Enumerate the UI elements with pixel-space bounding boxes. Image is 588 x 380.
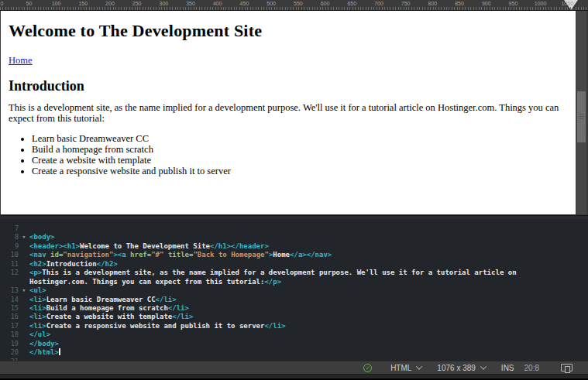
- code-text: [28, 358, 29, 361]
- line-number: 8: [0, 233, 20, 241]
- ruler-label: 800: [428, 1, 438, 6]
- line-number: 12: [0, 269, 20, 277]
- code-text: Hostinger.com. Things you can expect fro…: [28, 278, 281, 286]
- feature-list-item: Build a homepage from scratch: [32, 144, 568, 155]
- intro-paragraph: This is a development site, as the name …: [9, 102, 568, 124]
- fold-gutter: [20, 348, 28, 357]
- code-text: <ul>: [28, 286, 46, 295]
- fold-gutter: [20, 330, 28, 339]
- code-text: <header><h1>Welcome to The Development S…: [28, 242, 269, 251]
- code-line[interactable]: 19</body>: [0, 340, 588, 348]
- fold-gutter: [20, 340, 28, 348]
- feature-list-item: Create a responsive website and publish …: [32, 166, 568, 176]
- dreamweaver-split-view-window: 0501001502002503003504004505005506006507…: [0, 0, 588, 380]
- fold-gutter: [20, 224, 28, 233]
- chevron-down-icon[interactable]: [416, 363, 422, 369]
- code-line[interactable]: 11<h2>Introduction</h2>: [0, 260, 588, 269]
- ruler-label: 100: [52, 1, 61, 6]
- cursor-position-indicator: 20:8: [524, 364, 539, 372]
- horizontal-ruler[interactable]: 0501001502002503003504004505005506006507…: [0, 0, 588, 11]
- code-text: <li>Build a homepage from scratch</li>: [28, 304, 189, 313]
- code-line[interactable]: Hostinger.com. Things you can expect fro…: [0, 278, 588, 286]
- code-line[interactable]: 18</ul>: [0, 330, 588, 339]
- ruler-label: 600: [321, 1, 330, 6]
- code-text: </html>: [28, 348, 60, 357]
- code-text: <h2>Introduction</h2>: [28, 260, 118, 269]
- code-view-pane[interactable]: 78▼<body>9<header><h1>Welcome to The Dev…: [0, 219, 588, 361]
- line-number: 17: [0, 322, 20, 330]
- design-view-pane[interactable]: Welcome to The Development Site Home Int…: [0, 11, 588, 215]
- code-text: </body>: [28, 340, 59, 348]
- fold-gutter: [20, 251, 28, 259]
- feature-list-item: Create a website with template: [32, 155, 568, 166]
- code-line[interactable]: 17<li>Create a responsive website and pu…: [0, 322, 588, 330]
- fold-gutter: [20, 269, 28, 277]
- fold-gutter: [20, 358, 28, 361]
- code-text: <li>Create a responsive website and publ…: [28, 322, 286, 330]
- ruler-label: 400: [213, 1, 222, 6]
- code-fold-icon[interactable]: ▼: [20, 233, 28, 241]
- fold-gutter: [20, 278, 28, 286]
- code-line[interactable]: 9<header><h1>Welcome to The Development …: [0, 242, 588, 251]
- line-number: 19: [0, 340, 20, 348]
- line-number: 13: [0, 286, 20, 295]
- design-view-scrollbar[interactable]: [576, 11, 586, 214]
- design-view-scrollbar-thumb[interactable]: [577, 91, 586, 142]
- line-number: 15: [0, 304, 20, 313]
- code-fold-icon[interactable]: ▼: [20, 286, 28, 295]
- ruler-label: 200: [105, 1, 115, 6]
- code-text: <li>Learn basic Dreamweaver CC</li>: [28, 296, 177, 304]
- fold-gutter: [20, 304, 28, 313]
- ruler-label: 550: [294, 1, 303, 6]
- line-number: 21: [0, 358, 20, 361]
- ruler-label: 650: [347, 1, 356, 6]
- fold-gutter: [20, 322, 28, 330]
- feature-list-item: Learn basic Dreamweaver CC: [32, 133, 568, 144]
- chevron-down-icon[interactable]: [480, 363, 487, 369]
- ruler-label: 50: [26, 1, 33, 6]
- ruler-label: 1000: [535, 1, 547, 6]
- ruler-label: 150: [78, 1, 88, 6]
- rendered-page[interactable]: Welcome to The Development Site Home Int…: [1, 11, 576, 214]
- doc-type-selector[interactable]: HTML: [390, 364, 411, 372]
- code-line[interactable]: 16<li>Create a website with template</li…: [0, 313, 588, 321]
- code-lines: 78▼<body>9<header><h1>Welcome to The Dev…: [0, 224, 588, 361]
- ruler-label: 300: [160, 1, 169, 6]
- ruler-label: 1050: [561, 1, 573, 6]
- viewport-size-selector[interactable]: 1076 x 389: [437, 364, 476, 372]
- code-line[interactable]: 13▼<ul>: [0, 286, 588, 295]
- feature-list: Learn basic Dreamweaver CCBuild a homepa…: [9, 133, 568, 176]
- section-heading: Introduction: [9, 78, 568, 94]
- code-line[interactable]: 7: [0, 224, 588, 233]
- ruler-label: 950: [509, 1, 518, 6]
- status-bar: ✓ HTML 1076 x 389 INS 20:8: [0, 361, 588, 374]
- code-text: <body>: [28, 233, 55, 241]
- code-line[interactable]: 10<nav id="navigation"><a href="#" title…: [0, 251, 588, 259]
- ruler-label: 700: [374, 1, 383, 6]
- validation-ok-icon: ✓: [363, 364, 372, 372]
- code-line[interactable]: 12<p>This is a development site, as the …: [0, 269, 588, 277]
- ruler-label: 900: [482, 1, 491, 6]
- line-number: [0, 278, 20, 286]
- window-bottom-edge: [0, 374, 588, 380]
- fold-gutter: [20, 242, 28, 251]
- home-link[interactable]: Home: [9, 55, 33, 66]
- text-caret: [59, 348, 60, 355]
- ruler-label: 250: [132, 1, 142, 6]
- page-title: Welcome to The Development Site: [9, 21, 568, 41]
- ruler-label: 500: [266, 1, 276, 6]
- code-line[interactable]: 21: [0, 358, 588, 361]
- line-number: 10: [0, 251, 20, 259]
- ruler-label: 350: [186, 1, 195, 6]
- code-line[interactable]: 20</html>: [0, 348, 588, 357]
- code-line[interactable]: 14<li>Learn basic Dreamweaver CC</li>: [0, 296, 588, 304]
- fold-gutter: [20, 260, 28, 269]
- ruler-label: 850: [455, 1, 464, 6]
- code-text: <li>Create a website with template</li>: [28, 313, 193, 321]
- code-text: [28, 224, 29, 233]
- code-text: </ul>: [28, 330, 50, 339]
- code-text: <nav id="navigation"><a href="#" title="…: [28, 251, 332, 259]
- code-line[interactable]: 15<li>Build a homepage from scratch</li>: [0, 304, 588, 313]
- device-preview-icon[interactable]: [561, 364, 573, 371]
- code-line[interactable]: 8▼<body>: [0, 233, 588, 241]
